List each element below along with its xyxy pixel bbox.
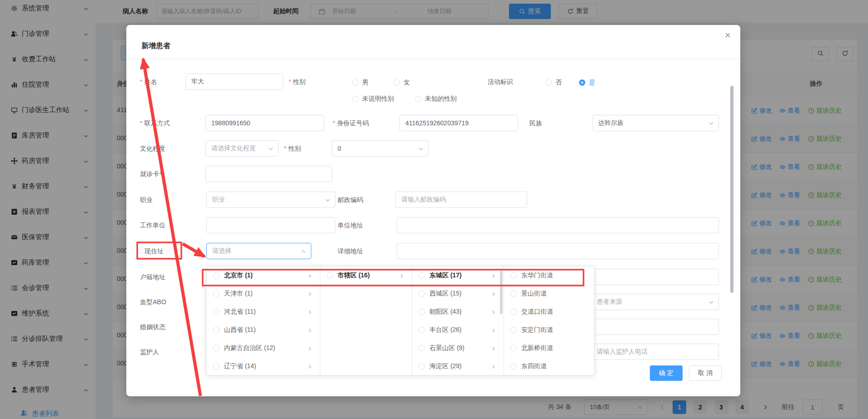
detail-address-input[interactable]	[397, 243, 719, 259]
education-label: 文化程度	[140, 144, 165, 153]
radio-icon[interactable]	[419, 363, 425, 370]
household-address-input[interactable]	[591, 269, 719, 285]
chevron-right-icon	[491, 327, 496, 333]
cascade-option[interactable]: 山西省 (11)	[207, 321, 320, 339]
active-flag-radio-no[interactable]: 否	[545, 79, 562, 87]
radio-icon[interactable]	[510, 345, 517, 351]
cascade-option[interactable]: 朝阳区 (43)	[412, 303, 504, 321]
radio-icon[interactable]	[213, 291, 219, 297]
postal-code-input[interactable]: 请输入邮政编码	[395, 192, 527, 208]
radio-icon	[545, 79, 552, 86]
cascade-option[interactable]: 天津市 (1)	[207, 285, 320, 303]
cascade-option[interactable]: 北新桥街道	[504, 339, 594, 357]
confirm-button[interactable]: 确 定	[650, 365, 683, 381]
cascade-option[interactable]: 河北省 (11)	[207, 303, 320, 321]
cascade-option[interactable]: 内蒙古自治区 (12)	[207, 339, 320, 357]
chevron-right-icon	[307, 345, 313, 351]
chevron-up-icon	[300, 248, 307, 255]
gender-radio-male[interactable]: 男	[352, 79, 369, 87]
cascade-column-4: 东华门街道景山街道交道口街道安定门街道北新桥街道东四街道	[504, 266, 594, 375]
radio-selected-icon	[579, 79, 585, 86]
cascade-option[interactable]: 东四街道	[504, 357, 594, 375]
divider	[126, 59, 740, 59]
education-select[interactable]: 请选择文化程度	[205, 140, 279, 157]
cascade-option-label: 安定门街道	[521, 326, 553, 334]
radio-icon[interactable]	[327, 272, 333, 279]
radio-icon[interactable]	[510, 272, 517, 279]
postal-code-label: 邮政编码	[338, 195, 363, 204]
chevron-down-icon	[324, 197, 331, 203]
cascade-option-label: 东华门街道	[521, 271, 553, 280]
marital-status-label: 婚姻状态	[140, 322, 165, 331]
cascade-option-label: 丰台区 (26)	[429, 326, 462, 334]
cascade-option[interactable]: 交道口街道	[504, 303, 594, 321]
radio-icon[interactable]	[213, 309, 219, 315]
cascade-option[interactable]: 辽宁省 (14)	[207, 357, 320, 375]
chevron-right-icon	[491, 364, 496, 369]
cascade-option-label: 海淀区 (29)	[429, 362, 462, 370]
gender-radio-female[interactable]: 女	[394, 79, 410, 87]
gender-radio-unknown[interactable]: 未知的性别	[415, 95, 457, 103]
cascade-column-3: 东城区 (17)西城区 (15)朝阳区 (43)丰台区 (26)石景山区 (9)…	[412, 266, 504, 375]
cascade-option-label: 天津市 (1)	[224, 290, 253, 298]
guardian-phone-input[interactable]: 请输入监护人电话	[591, 344, 719, 360]
chevron-right-icon	[491, 273, 496, 278]
cascade-option[interactable]: 海淀区 (29)	[412, 357, 504, 375]
current-address-label: 现住址	[145, 246, 164, 256]
cascade-option[interactable]: 东华门街道	[504, 266, 594, 285]
cascade-option[interactable]: 东城区 (17)	[412, 266, 504, 285]
chevron-right-icon	[307, 364, 313, 369]
chevron-down-icon	[268, 146, 274, 152]
radio-icon[interactable]	[510, 309, 517, 315]
radio-icon[interactable]	[419, 272, 425, 279]
unit-address-input[interactable]	[397, 217, 719, 233]
screen: 系统管理门诊管理¥收费工作站住院管理门诊医生工作站库房管理药房管理¥财务管理报表…	[0, 0, 868, 419]
id-number-input[interactable]: 411625192602039719	[399, 115, 518, 131]
close-icon[interactable]: ×	[725, 30, 731, 40]
occupation-select[interactable]: 职业	[206, 192, 335, 208]
unit-address-label: 单位地址	[338, 221, 363, 230]
cascade-option[interactable]: 石景山区 (9)	[412, 339, 504, 357]
patient-source-select[interactable]: 患者来源	[591, 294, 719, 310]
id-number-label: *身份证号码	[333, 118, 369, 128]
radio-icon[interactable]	[419, 327, 425, 333]
cascade-option[interactable]: 丰台区 (26)	[412, 321, 504, 339]
cascade-option[interactable]: 安定门街道	[504, 321, 594, 339]
work-unit-input[interactable]	[206, 217, 335, 233]
cascade-option-label: 内蒙古自治区 (12)	[224, 344, 275, 352]
radio-icon[interactable]	[510, 291, 517, 297]
radio-icon	[394, 79, 400, 86]
radio-icon[interactable]	[510, 327, 517, 333]
radio-icon[interactable]	[213, 363, 219, 370]
active-flag-radio-yes[interactable]: 是	[579, 79, 595, 87]
modal-scrollbar[interactable]	[730, 86, 733, 293]
cascade-option[interactable]: 西城区 (15)	[412, 285, 504, 303]
active-flag-label: 活动标识	[488, 77, 513, 86]
cascade-option-label: 东城区 (17)	[429, 271, 462, 280]
radio-icon[interactable]	[510, 363, 517, 370]
radio-icon[interactable]	[419, 345, 425, 351]
radio-icon[interactable]	[213, 345, 219, 351]
cascade-option-label: 石景山区 (9)	[429, 344, 464, 352]
cascade-option[interactable]: 景山街道	[504, 285, 594, 303]
cancel-button[interactable]: 取 消	[689, 365, 722, 381]
name-label: *姓名	[140, 77, 157, 86]
chevron-right-icon	[307, 309, 313, 315]
cascade-option-label: 西城区 (15)	[429, 290, 462, 298]
gender-radio-unstated[interactable]: 未说明性别	[352, 95, 394, 103]
gender-code-select[interactable]: 0	[332, 140, 429, 157]
marital-status-input[interactable]	[591, 319, 719, 335]
radio-icon[interactable]	[213, 327, 219, 333]
chevron-right-icon	[307, 273, 313, 278]
cascade-option[interactable]: 市辖区 (16)	[320, 266, 412, 285]
radio-icon[interactable]	[213, 272, 219, 279]
current-address-select[interactable]: 请选择	[206, 243, 311, 259]
cascade-option[interactable]: 北京市 (1)	[207, 266, 320, 285]
radio-icon[interactable]	[419, 309, 425, 315]
ethnicity-select[interactable]: 达斡尔族	[592, 115, 719, 131]
name-input[interactable]: 牢大	[185, 74, 283, 90]
cascade-option-label: 东四街道	[521, 362, 547, 370]
visit-card-input[interactable]	[205, 166, 332, 182]
radio-icon[interactable]	[419, 291, 425, 297]
contact-input[interactable]: 19880991650	[205, 115, 324, 131]
